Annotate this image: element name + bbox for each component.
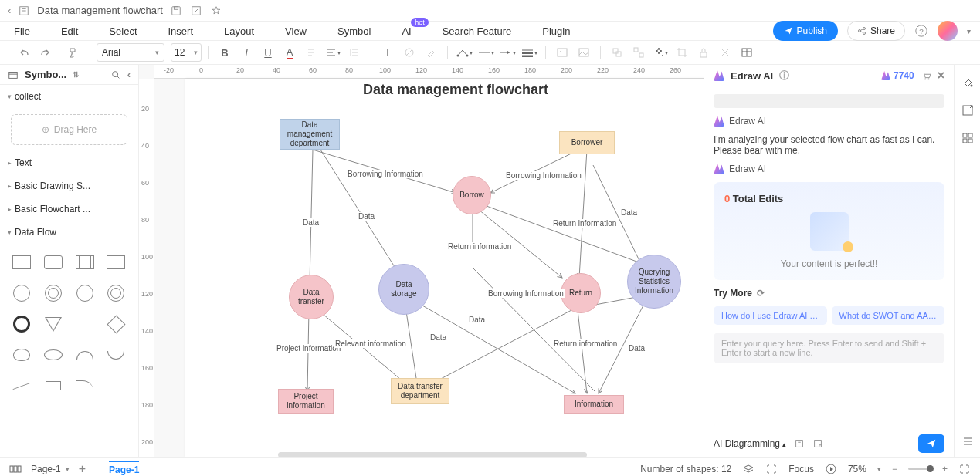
line-style-icon[interactable]: ▾: [476, 42, 496, 62]
user-avatar[interactable]: [938, 21, 958, 41]
close-icon[interactable]: ×: [938, 69, 944, 83]
node-borrow[interactable]: Borrow: [453, 176, 491, 214]
zoom-slider[interactable]: [908, 468, 931, 470]
font-size-select[interactable]: 12▾: [171, 43, 202, 62]
menu-search-feature[interactable]: Search Feature: [443, 25, 512, 37]
menu-view[interactable]: View: [285, 25, 307, 37]
menu-ai[interactable]: AIhot: [402, 25, 411, 37]
suggestion-chip-1[interactable]: How do I use Edraw AI fo...: [714, 306, 827, 325]
fill-icon[interactable]: [399, 42, 419, 62]
refresh-icon[interactable]: ⟳: [757, 288, 765, 299]
back-icon[interactable]: ‹: [8, 5, 11, 16]
list-icon[interactable]: [961, 434, 975, 448]
fullscreen-icon[interactable]: [958, 463, 971, 475]
node-transfer-dept[interactable]: Data transfer department: [391, 378, 449, 404]
font-family-select[interactable]: Arial▾: [97, 43, 164, 62]
share-button[interactable]: Share: [847, 21, 905, 41]
drag-drop-zone[interactable]: ⊕Drag Here: [11, 114, 127, 145]
zoom-out-icon[interactable]: −: [892, 464, 897, 474]
brush-icon[interactable]: [421, 42, 441, 62]
line-weight-icon[interactable]: ▾: [519, 42, 539, 62]
text-tool-icon[interactable]: T: [378, 42, 398, 62]
canvas-area[interactable]: -20 0 20 40 60 80 100 120 140 160 180 20…: [139, 65, 704, 457]
add-page-icon[interactable]: +: [79, 462, 86, 476]
shape-arc-r[interactable]: [102, 341, 130, 369]
ai-credits[interactable]: 7740: [881, 70, 914, 81]
shape-diamond[interactable]: [102, 310, 130, 338]
menu-edit[interactable]: Edit: [61, 25, 78, 37]
shape-line[interactable]: [8, 372, 36, 400]
italic-icon[interactable]: I: [236, 42, 256, 62]
category-basic-flowchart[interactable]: ▸Basic Flowchart ...: [0, 197, 138, 221]
search-icon[interactable]: [110, 69, 121, 80]
arrow-style-icon[interactable]: ▾: [497, 42, 517, 62]
ai-query-input[interactable]: Enter your query here. Press Enter to se…: [714, 333, 944, 363]
focus-frame-icon[interactable]: [765, 463, 778, 475]
shape-rect[interactable]: [8, 248, 36, 276]
category-collect[interactable]: ▾collect: [0, 85, 138, 108]
node-project-info[interactable]: Project information: [278, 389, 334, 414]
category-data-flow[interactable]: ▾Data Flow: [0, 221, 138, 244]
node-transfer[interactable]: Data transfer: [289, 275, 334, 319]
shape-cloud[interactable]: [8, 341, 36, 369]
menu-layout[interactable]: Layout: [224, 25, 254, 37]
publish-button[interactable]: Publish: [773, 21, 838, 41]
edit-icon[interactable]: [191, 5, 202, 16]
table-icon[interactable]: [737, 42, 757, 62]
node-return[interactable]: Return: [561, 273, 601, 313]
play-icon[interactable]: [825, 463, 837, 475]
page-dropdown[interactable]: Page-1▾: [31, 464, 70, 474]
grid-icon[interactable]: [961, 131, 975, 145]
shape-triangle[interactable]: [39, 310, 67, 338]
cart-icon[interactable]: [921, 70, 931, 81]
group-icon[interactable]: [607, 42, 627, 62]
menu-symbol[interactable]: Symbol: [337, 25, 371, 37]
page-tab-active[interactable]: Page-1: [109, 461, 139, 475]
shape-rect-sm[interactable]: [39, 372, 67, 400]
ai-mode-select[interactable]: AI Diagramming ▴: [714, 438, 786, 449]
shape-circle-dbl[interactable]: [39, 279, 67, 307]
align-icon[interactable]: ▾: [323, 42, 343, 62]
redo-icon[interactable]: [36, 42, 56, 62]
attach-icon[interactable]: [794, 438, 805, 449]
layers-icon[interactable]: [742, 463, 754, 475]
effects-icon[interactable]: ▾: [650, 42, 670, 62]
node-query[interactable]: Querying Statistics Information: [627, 255, 681, 309]
category-text[interactable]: ▸Text: [0, 151, 138, 174]
menu-select[interactable]: Select: [109, 25, 137, 37]
shape-ellipse[interactable]: [39, 341, 67, 369]
shape-lines[interactable]: [71, 310, 99, 338]
underline-icon[interactable]: U: [258, 42, 278, 62]
note-icon[interactable]: [812, 438, 823, 449]
tools-icon[interactable]: [715, 42, 735, 62]
crop-icon[interactable]: [672, 42, 692, 62]
expand-icon[interactable]: ⇅: [73, 70, 79, 79]
menu-plugin[interactable]: Plugin: [542, 25, 570, 37]
collapse-icon[interactable]: ‹: [127, 69, 131, 80]
zoom-level[interactable]: 75%: [848, 464, 866, 474]
shape-rect-dbl[interactable]: [71, 248, 99, 276]
save-icon[interactable]: [171, 5, 181, 16]
connector-icon[interactable]: ▾: [454, 42, 474, 62]
zoom-in-icon[interactable]: +: [942, 464, 948, 474]
star-icon[interactable]: [211, 5, 222, 16]
horizontal-scrollbar[interactable]: [278, 452, 587, 457]
menu-file[interactable]: File: [14, 25, 30, 37]
shape-circle[interactable]: [8, 279, 36, 307]
ungroup-icon[interactable]: [629, 42, 649, 62]
shape-rect-round[interactable]: [39, 248, 67, 276]
help-icon[interactable]: ?: [914, 24, 928, 38]
fill-bucket-icon[interactable]: [961, 76, 975, 89]
lock-icon[interactable]: [693, 42, 714, 62]
text-direction-icon[interactable]: [301, 42, 321, 62]
bold-icon[interactable]: B: [215, 42, 235, 62]
shape-curve[interactable]: [71, 372, 99, 400]
suggestion-chip-2[interactable]: What do SWOT and AAR...: [832, 306, 945, 325]
category-basic-drawing[interactable]: ▸Basic Drawing S...: [0, 174, 138, 197]
send-button[interactable]: [918, 434, 944, 453]
shape-circle-dbl2[interactable]: [102, 279, 130, 307]
shape-circle2[interactable]: [71, 279, 99, 307]
font-color-icon[interactable]: A: [280, 42, 300, 62]
node-storage[interactable]: Data storage: [378, 264, 429, 315]
pages-icon[interactable]: [9, 464, 22, 474]
